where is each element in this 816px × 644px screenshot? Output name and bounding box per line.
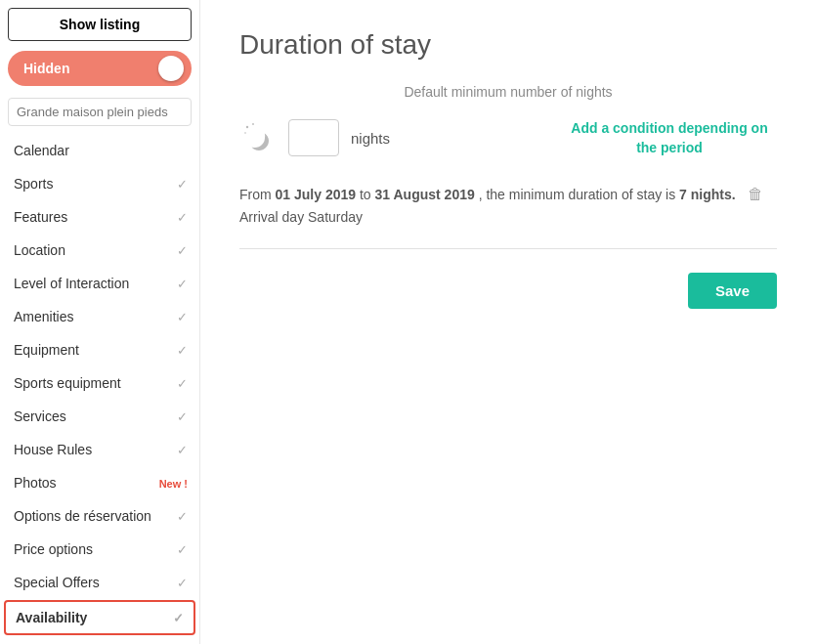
sidebar-item-special-offers[interactable]: Special Offers✓ <box>0 566 199 599</box>
nights-input-row: 2 nights <box>239 119 390 156</box>
sidebar-item-sports[interactable]: Sports✓ <box>0 167 199 200</box>
check-icon: ✓ <box>177 443 188 457</box>
toggle-label: Hidden <box>20 61 69 76</box>
visibility-toggle[interactable]: Hidden <box>8 51 192 86</box>
period-info: From 01 July 2019 to 31 August 2019 , th… <box>239 186 777 203</box>
check-icon: ✓ <box>177 210 188 225</box>
svg-point-2 <box>244 132 246 134</box>
save-button[interactable]: Save <box>688 273 777 309</box>
period-nights: 7 nights. <box>679 187 736 202</box>
check-icon: ✓ <box>177 542 188 557</box>
sidebar-item-options-reservation[interactable]: Options de réservation✓ <box>0 499 199 533</box>
sidebar-item-label: Equipment <box>14 342 79 358</box>
sidebar-item-label: Special Offers <box>14 575 100 590</box>
check-icon: ✓ <box>177 177 188 192</box>
check-icon: ✓ <box>177 576 188 590</box>
check-icon: ✓ <box>177 376 188 391</box>
check-icon: ✓ <box>177 243 188 258</box>
period-suffix: , the minimum duration of stay is <box>479 187 676 202</box>
period-from: 01 July 2019 <box>276 187 357 202</box>
page-title: Duration of stay <box>239 29 777 61</box>
toggle-knob <box>158 56 184 81</box>
sidebar-item-house-rules[interactable]: House Rules✓ <box>0 433 199 466</box>
sidebar-item-label: Options de réservation <box>14 508 151 524</box>
sidebar-item-label: Features <box>14 209 67 225</box>
sidebar-item-label: Photos <box>14 475 57 491</box>
check-icon: ✓ <box>177 509 188 524</box>
section-subtitle: Default minimum number of nights <box>239 84 777 100</box>
sidebar-item-label: House Rules <box>14 442 92 457</box>
sidebar-item-level-of-interaction[interactable]: Level of Interaction✓ <box>0 267 199 300</box>
new-badge: New ! <box>159 478 188 490</box>
svg-point-0 <box>246 126 248 128</box>
min-nights-input[interactable]: 2 <box>288 119 339 156</box>
moon-icon <box>239 119 277 156</box>
check-icon: ✓ <box>177 409 188 424</box>
check-icon: ✓ <box>177 343 188 358</box>
divider <box>239 248 777 249</box>
sidebar: Show listing Hidden CalendarSports✓Featu… <box>0 0 200 644</box>
sidebar-item-photos[interactable]: PhotosNew ! <box>0 466 199 499</box>
sidebar-item-features[interactable]: Features✓ <box>0 200 199 234</box>
sidebar-item-location[interactable]: Location✓ <box>0 234 199 267</box>
show-listing-button[interactable]: Show listing <box>8 8 192 41</box>
check-icon: ✓ <box>173 611 184 625</box>
sidebar-item-label: Sports <box>14 176 53 192</box>
listing-search-wrap <box>8 98 192 126</box>
svg-point-1 <box>252 123 254 125</box>
sidebar-item-label: Sports equipment <box>14 375 121 391</box>
sidebar-item-availability[interactable]: Availability✓ <box>4 600 195 635</box>
listing-search-input[interactable] <box>8 98 192 126</box>
sidebar-item-label: Amenities <box>14 309 73 324</box>
delete-period-icon[interactable]: 🗑 <box>748 186 763 202</box>
sidebar-item-price-options[interactable]: Price options✓ <box>0 533 199 566</box>
period-to: 31 August 2019 <box>375 187 475 202</box>
sidebar-item-sports-equipment[interactable]: Sports equipment✓ <box>0 366 199 400</box>
main-content: Duration of stay Default minimum number … <box>200 0 816 644</box>
sidebar-item-label: Level of Interaction <box>14 276 129 291</box>
add-condition-area[interactable]: Add a condition depending on the period <box>562 119 777 157</box>
sidebar-item-services[interactable]: Services✓ <box>0 400 199 433</box>
sidebar-item-equipment[interactable]: Equipment✓ <box>0 333 199 366</box>
add-condition-link[interactable]: Add a condition depending on the period <box>562 119 777 157</box>
arrival-day: Arrival day Saturday <box>239 209 777 225</box>
sidebar-item-label: Availability <box>16 610 87 625</box>
duration-row: 2 nights Add a condition depending on th… <box>239 119 777 186</box>
sidebar-item-label: Price options <box>14 541 93 557</box>
sidebar-item-amenities[interactable]: Amenities✓ <box>0 300 199 333</box>
nights-label: nights <box>351 130 390 147</box>
sidebar-item-label: Calendar <box>14 143 69 158</box>
period-prefix: From <box>239 187 272 202</box>
sidebar-item-calendar[interactable]: Calendar <box>0 134 199 167</box>
sidebar-item-label: Location <box>14 242 65 258</box>
period-info-row: From 01 July 2019 to 31 August 2019 , th… <box>239 186 777 225</box>
check-icon: ✓ <box>177 277 188 291</box>
nav-list: CalendarSports✓Features✓Location✓Level o… <box>0 134 199 636</box>
check-icon: ✓ <box>177 310 188 324</box>
sidebar-item-label: Services <box>14 408 66 424</box>
